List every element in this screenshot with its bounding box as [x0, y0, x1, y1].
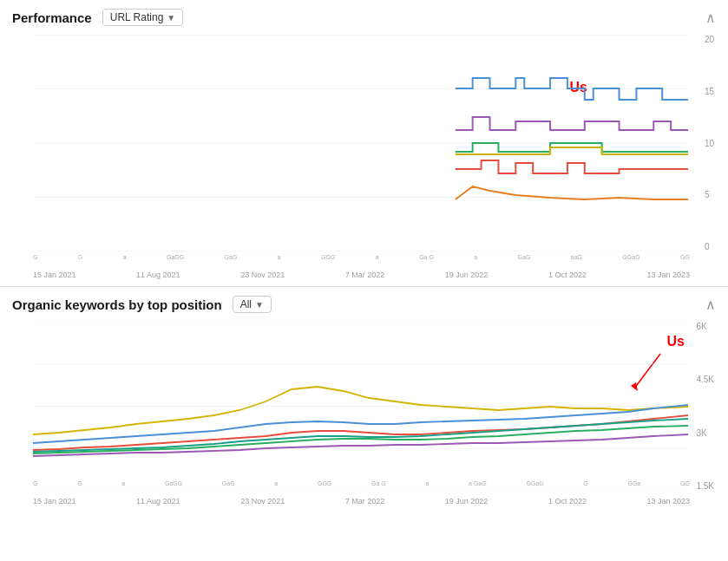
y-axis-labels: 20 15 10 5 0	[705, 35, 714, 251]
keywords-chart-svg	[33, 322, 688, 491]
x-axis-google-icons: G G a GaGG GaG a GGG a Ga G a GaG aaG GG…	[33, 254, 690, 260]
performance-chart-svg	[33, 35, 688, 251]
kw-y-axis-labels: 6K 4.5K 3K 1.5K	[696, 322, 714, 491]
keywords-section: Organic keywords by top position All ▼ ∧…	[0, 287, 728, 512]
collapse-icon[interactable]: ∧	[705, 10, 716, 26]
performance-section: Performance URL Rating ▼ ∧ 20 15 10 5 0 …	[0, 0, 728, 287]
performance-title: Performance	[12, 10, 92, 25]
chevron-down-icon: ▼	[167, 13, 175, 23]
kw-x-axis-dates: 15 Jan 2021 11 Aug 2021 23 Nov 2021 7 Ma…	[33, 497, 690, 506]
x-axis-dates: 15 Jan 2021 11 Aug 2021 23 Nov 2021 7 Ma…	[33, 271, 690, 279]
url-rating-dropdown[interactable]: URL Rating ▼	[102, 9, 184, 26]
performance-chart-area: 20 15 10 5 0 Us	[12, 35, 716, 286]
dropdown-label: URL Rating	[110, 11, 164, 23]
title-group: Performance URL Rating ▼	[12, 9, 183, 26]
collapse-kw-icon[interactable]: ∧	[705, 297, 716, 313]
kw-x-axis-google-icons: G G a GaGG GaG a GGG Ga G a a GaG GGaG G…	[33, 480, 690, 486]
kw-title-group: Organic keywords by top position All ▼	[12, 296, 272, 313]
keywords-chart-area: 6K 4.5K 3K 1.5K Us	[12, 322, 716, 512]
all-label: All	[240, 298, 252, 310]
chevron-down-icon-kw: ▼	[255, 300, 264, 310]
performance-header: Performance URL Rating ▼ ∧	[12, 9, 716, 31]
all-dropdown[interactable]: All ▼	[233, 296, 272, 313]
keywords-header: Organic keywords by top position All ▼ ∧	[12, 296, 716, 318]
keywords-title: Organic keywords by top position	[12, 297, 222, 312]
